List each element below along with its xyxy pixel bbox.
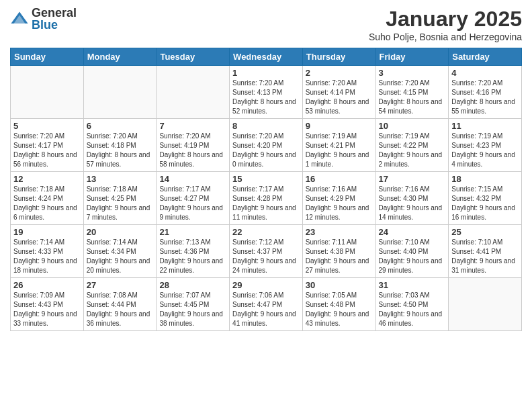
- calendar-week-3: 12Sunrise: 7:18 AM Sunset: 4:24 PM Dayli…: [11, 172, 522, 225]
- calendar-cell: 5Sunrise: 7:20 AM Sunset: 4:17 PM Daylig…: [11, 119, 84, 172]
- calendar-cell: 12Sunrise: 7:18 AM Sunset: 4:24 PM Dayli…: [11, 172, 84, 225]
- day-info: Sunrise: 7:08 AM Sunset: 4:44 PM Dayligh…: [87, 291, 154, 328]
- logo-general: General: [32, 7, 77, 19]
- day-number: 25: [451, 227, 519, 237]
- subtitle: Suho Polje, Bosnia and Herzegovina: [369, 32, 522, 42]
- calendar-cell: 14Sunrise: 7:17 AM Sunset: 4:27 PM Dayli…: [157, 172, 230, 225]
- day-number: 24: [379, 227, 446, 237]
- day-info: Sunrise: 7:10 AM Sunset: 4:41 PM Dayligh…: [451, 238, 519, 275]
- day-number: 30: [306, 280, 373, 290]
- calendar-cell: [11, 66, 84, 119]
- day-info: Sunrise: 7:14 AM Sunset: 4:33 PM Dayligh…: [13, 238, 81, 275]
- calendar-cell: 7Sunrise: 7:20 AM Sunset: 4:19 PM Daylig…: [157, 119, 230, 172]
- calendar-cell: 4Sunrise: 7:20 AM Sunset: 4:16 PM Daylig…: [449, 66, 522, 119]
- header-wednesday: Wednesday: [230, 48, 303, 66]
- calendar-cell: 16Sunrise: 7:16 AM Sunset: 4:29 PM Dayli…: [302, 172, 375, 225]
- day-number: 14: [159, 174, 226, 184]
- calendar-cell: 10Sunrise: 7:19 AM Sunset: 4:22 PM Dayli…: [375, 119, 449, 172]
- calendar-cell: 6Sunrise: 7:20 AM Sunset: 4:18 PM Daylig…: [83, 119, 157, 172]
- day-number: 19: [13, 227, 81, 237]
- day-info: Sunrise: 7:20 AM Sunset: 4:18 PM Dayligh…: [87, 132, 154, 169]
- month-title: January 2025: [369, 7, 522, 32]
- calendar-cell: 26Sunrise: 7:09 AM Sunset: 4:43 PM Dayli…: [11, 278, 84, 331]
- day-info: Sunrise: 7:20 AM Sunset: 4:19 PM Dayligh…: [159, 132, 226, 169]
- calendar-cell: 27Sunrise: 7:08 AM Sunset: 4:44 PM Dayli…: [83, 278, 157, 331]
- day-number: 16: [306, 174, 373, 184]
- calendar-week-2: 5Sunrise: 7:20 AM Sunset: 4:17 PM Daylig…: [11, 119, 522, 172]
- day-number: 2: [306, 68, 373, 78]
- day-number: 27: [87, 280, 154, 290]
- day-info: Sunrise: 7:14 AM Sunset: 4:34 PM Dayligh…: [87, 238, 154, 275]
- day-number: 28: [159, 280, 226, 290]
- calendar-cell: 13Sunrise: 7:18 AM Sunset: 4:25 PM Dayli…: [83, 172, 157, 225]
- day-info: Sunrise: 7:09 AM Sunset: 4:43 PM Dayligh…: [13, 291, 81, 328]
- day-info: Sunrise: 7:13 AM Sunset: 4:36 PM Dayligh…: [159, 238, 226, 275]
- day-number: 9: [306, 121, 373, 131]
- calendar-cell: 21Sunrise: 7:13 AM Sunset: 4:36 PM Dayli…: [157, 225, 230, 278]
- day-info: Sunrise: 7:17 AM Sunset: 4:27 PM Dayligh…: [159, 185, 226, 222]
- day-info: Sunrise: 7:19 AM Sunset: 4:21 PM Dayligh…: [306, 132, 373, 169]
- day-number: 29: [232, 280, 300, 290]
- day-number: 12: [13, 174, 81, 184]
- calendar-cell: 24Sunrise: 7:10 AM Sunset: 4:40 PM Dayli…: [375, 225, 449, 278]
- logo-text: General Blue: [32, 7, 77, 31]
- logo-blue: Blue: [32, 19, 77, 31]
- header-saturday: Saturday: [449, 48, 522, 66]
- day-info: Sunrise: 7:17 AM Sunset: 4:28 PM Dayligh…: [232, 185, 300, 222]
- header: General Blue January 2025 Suho Polje, Bo…: [10, 7, 522, 42]
- calendar-cell: 31Sunrise: 7:03 AM Sunset: 4:50 PM Dayli…: [375, 278, 449, 331]
- calendar-cell: 17Sunrise: 7:16 AM Sunset: 4:30 PM Dayli…: [375, 172, 449, 225]
- calendar-cell: 29Sunrise: 7:06 AM Sunset: 4:47 PM Dayli…: [230, 278, 303, 331]
- day-number: 1: [232, 68, 300, 78]
- day-info: Sunrise: 7:15 AM Sunset: 4:32 PM Dayligh…: [451, 185, 519, 222]
- day-number: 17: [379, 174, 446, 184]
- day-number: 23: [306, 227, 373, 237]
- calendar-header-row: Sunday Monday Tuesday Wednesday Thursday…: [11, 48, 522, 66]
- header-friday: Friday: [375, 48, 449, 66]
- day-number: 18: [451, 174, 519, 184]
- calendar-cell: 9Sunrise: 7:19 AM Sunset: 4:21 PM Daylig…: [302, 119, 375, 172]
- day-info: Sunrise: 7:20 AM Sunset: 4:17 PM Dayligh…: [13, 132, 81, 169]
- day-number: 15: [232, 174, 300, 184]
- day-info: Sunrise: 7:20 AM Sunset: 4:20 PM Dayligh…: [232, 132, 300, 169]
- day-info: Sunrise: 7:12 AM Sunset: 4:37 PM Dayligh…: [232, 238, 300, 275]
- calendar-cell: 18Sunrise: 7:15 AM Sunset: 4:32 PM Dayli…: [449, 172, 522, 225]
- day-number: 4: [451, 68, 519, 78]
- day-number: 21: [159, 227, 226, 237]
- day-info: Sunrise: 7:19 AM Sunset: 4:22 PM Dayligh…: [379, 132, 446, 169]
- day-info: Sunrise: 7:07 AM Sunset: 4:45 PM Dayligh…: [159, 291, 226, 328]
- calendar-cell: 11Sunrise: 7:19 AM Sunset: 4:23 PM Dayli…: [449, 119, 522, 172]
- day-info: Sunrise: 7:18 AM Sunset: 4:24 PM Dayligh…: [13, 185, 81, 222]
- calendar-cell: 3Sunrise: 7:20 AM Sunset: 4:15 PM Daylig…: [375, 66, 449, 119]
- calendar-week-1: 1Sunrise: 7:20 AM Sunset: 4:13 PM Daylig…: [11, 66, 522, 119]
- day-info: Sunrise: 7:10 AM Sunset: 4:40 PM Dayligh…: [379, 238, 446, 275]
- calendar-week-5: 26Sunrise: 7:09 AM Sunset: 4:43 PM Dayli…: [11, 278, 522, 331]
- calendar-cell: [157, 66, 230, 119]
- day-number: 20: [87, 227, 154, 237]
- day-number: 5: [13, 121, 81, 131]
- calendar-cell: 23Sunrise: 7:11 AM Sunset: 4:38 PM Dayli…: [302, 225, 375, 278]
- calendar-cell: 8Sunrise: 7:20 AM Sunset: 4:20 PM Daylig…: [230, 119, 303, 172]
- calendar-cell: 1Sunrise: 7:20 AM Sunset: 4:13 PM Daylig…: [230, 66, 303, 119]
- calendar-cell: 25Sunrise: 7:10 AM Sunset: 4:41 PM Dayli…: [449, 225, 522, 278]
- day-info: Sunrise: 7:20 AM Sunset: 4:15 PM Dayligh…: [379, 79, 446, 116]
- header-tuesday: Tuesday: [157, 48, 230, 66]
- calendar-cell: [449, 278, 522, 331]
- calendar-cell: 20Sunrise: 7:14 AM Sunset: 4:34 PM Dayli…: [83, 225, 157, 278]
- day-info: Sunrise: 7:16 AM Sunset: 4:30 PM Dayligh…: [379, 185, 446, 222]
- calendar-cell: 19Sunrise: 7:14 AM Sunset: 4:33 PM Dayli…: [11, 225, 84, 278]
- calendar-cell: 2Sunrise: 7:20 AM Sunset: 4:14 PM Daylig…: [302, 66, 375, 119]
- day-number: 6: [87, 121, 154, 131]
- day-number: 3: [379, 68, 446, 78]
- page-container: General Blue January 2025 Suho Polje, Bo…: [0, 0, 532, 334]
- header-monday: Monday: [83, 48, 157, 66]
- logo-icon: [10, 9, 29, 28]
- day-info: Sunrise: 7:06 AM Sunset: 4:47 PM Dayligh…: [232, 291, 300, 328]
- day-number: 10: [379, 121, 446, 131]
- logo: General Blue: [10, 7, 77, 31]
- calendar-cell: 15Sunrise: 7:17 AM Sunset: 4:28 PM Dayli…: [230, 172, 303, 225]
- day-info: Sunrise: 7:18 AM Sunset: 4:25 PM Dayligh…: [87, 185, 154, 222]
- calendar-week-4: 19Sunrise: 7:14 AM Sunset: 4:33 PM Dayli…: [11, 225, 522, 278]
- day-info: Sunrise: 7:20 AM Sunset: 4:14 PM Dayligh…: [306, 79, 373, 116]
- day-info: Sunrise: 7:16 AM Sunset: 4:29 PM Dayligh…: [306, 185, 373, 222]
